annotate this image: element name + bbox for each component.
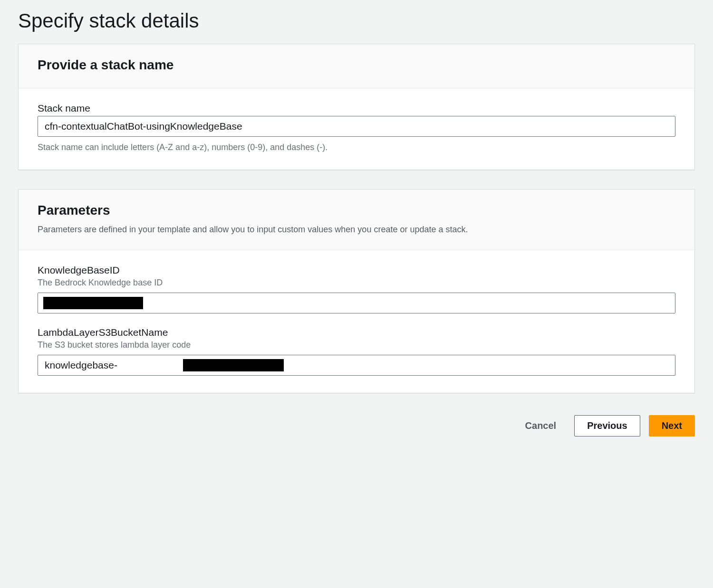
stack-name-helper: Stack name can include letters (A-Z and … bbox=[38, 142, 675, 152]
page-title: Specify stack details bbox=[0, 0, 713, 44]
previous-button[interactable]: Previous bbox=[574, 415, 640, 436]
stack-name-panel-header: Provide a stack name bbox=[19, 44, 694, 88]
parameters-panel: Parameters Parameters are defined in you… bbox=[18, 189, 695, 393]
stack-name-panel-body: Stack name Stack name can include letter… bbox=[19, 88, 694, 170]
button-row: Cancel Previous Next bbox=[0, 415, 713, 436]
stack-name-field-group: Stack name Stack name can include letter… bbox=[38, 103, 675, 152]
parameters-panel-subtitle: Parameters are defined in your template … bbox=[38, 225, 675, 235]
knowledge-base-id-input[interactable] bbox=[38, 293, 675, 313]
stack-name-input[interactable] bbox=[38, 116, 675, 137]
knowledge-base-id-field-group: KnowledgeBaseID The Bedrock Knowledge ba… bbox=[38, 265, 675, 313]
lambda-layer-bucket-description: The S3 bucket stores lambda layer code bbox=[38, 340, 675, 350]
next-button[interactable]: Next bbox=[649, 415, 695, 436]
parameters-panel-title: Parameters bbox=[38, 203, 675, 218]
parameters-panel-header: Parameters Parameters are defined in you… bbox=[19, 190, 694, 250]
lambda-layer-bucket-label: LambdaLayerS3BucketName bbox=[38, 327, 675, 338]
knowledge-base-id-label: KnowledgeBaseID bbox=[38, 265, 675, 276]
lambda-layer-bucket-field-group: LambdaLayerS3BucketName The S3 bucket st… bbox=[38, 327, 675, 376]
knowledge-base-id-description: The Bedrock Knowledge base ID bbox=[38, 278, 675, 288]
lambda-layer-bucket-input[interactable] bbox=[38, 355, 675, 376]
knowledge-base-id-input-wrapper bbox=[38, 293, 675, 313]
stack-name-panel: Provide a stack name Stack name Stack na… bbox=[18, 44, 695, 170]
parameters-panel-body: KnowledgeBaseID The Bedrock Knowledge ba… bbox=[19, 250, 694, 393]
stack-name-label: Stack name bbox=[38, 103, 675, 114]
stack-name-panel-title: Provide a stack name bbox=[38, 57, 675, 73]
cancel-button[interactable]: Cancel bbox=[516, 416, 566, 436]
lambda-layer-bucket-input-wrapper bbox=[38, 355, 675, 376]
